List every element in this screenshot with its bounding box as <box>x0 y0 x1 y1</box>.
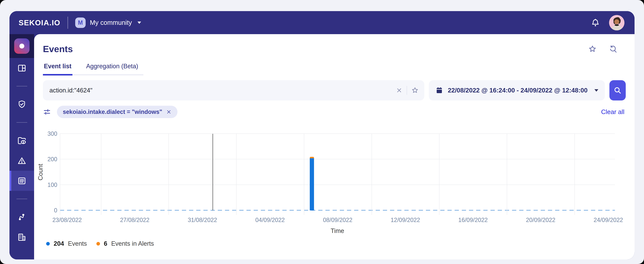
x-axis-title: Time <box>60 227 615 236</box>
chevron-down-icon <box>138 22 141 24</box>
chart-plot-area[interactable] <box>60 134 615 210</box>
user-avatar[interactable] <box>609 15 624 30</box>
y-axis-line <box>60 134 60 215</box>
sidebar-item-cases[interactable] <box>10 130 34 151</box>
tab-aggregation[interactable]: Aggregation (Beta) <box>85 63 139 75</box>
calendar-icon <box>435 86 443 94</box>
x-icon <box>396 87 402 94</box>
dashboard-icon <box>17 63 26 73</box>
legend-label-alerts: Events in Alerts <box>111 240 154 247</box>
notifications-button[interactable] <box>591 18 600 27</box>
topbar: SEKOIA.IO M My community <box>10 11 634 34</box>
sidebar-item-community[interactable] <box>10 227 34 247</box>
legend-dot-events <box>46 242 50 245</box>
query-search-box[interactable] <box>43 80 424 100</box>
shield-check-icon <box>17 100 26 109</box>
stacked-bar[interactable] <box>310 134 314 210</box>
tab-bar: Event list Aggregation (Beta) <box>43 63 144 75</box>
x-axis-tick-label: 23/08/2022 <box>52 217 82 223</box>
chevron-down-icon <box>594 89 598 92</box>
x-axis-tick-label: 16/09/2022 <box>458 217 488 223</box>
search-input[interactable] <box>50 87 396 94</box>
h-gridline <box>60 159 615 159</box>
x-axis-tick-label: 31/08/2022 <box>188 217 217 223</box>
v-gridline <box>372 134 372 215</box>
legend-label-events: Events <box>68 240 87 247</box>
filter-chip[interactable]: sekoiaio.intake.dialect = "windows" <box>57 106 178 118</box>
y-axis-tick-label: 200 <box>48 156 57 163</box>
events-chart: Count 0100200300 23/08/202227/08/202231/… <box>36 134 615 247</box>
community-name: My community <box>90 19 132 26</box>
search-button[interactable] <box>610 80 626 100</box>
y-axis-title: Count <box>37 164 44 180</box>
x-axis-tick-label: 27/08/2022 <box>120 217 150 223</box>
bell-icon <box>591 18 600 27</box>
date-range-picker[interactable]: 22/08/2022 @ 16:24:00 - 24/09/2022 @ 12:… <box>429 80 605 100</box>
star-icon <box>588 45 597 53</box>
search-history-icon <box>609 45 617 53</box>
organization-building-icon <box>17 232 26 242</box>
legend-value-events: 204 <box>54 240 64 247</box>
tab-event-list[interactable]: Event list <box>43 63 72 75</box>
v-gridline <box>439 134 440 215</box>
remove-filter-x-icon[interactable] <box>166 109 172 115</box>
tune-sliders-icon <box>43 108 51 116</box>
topbar-divider <box>68 17 68 29</box>
page-background: SEKOIA.IO M My community <box>0 0 644 264</box>
app-logo <box>14 38 30 54</box>
app-window: SEKOIA.IO M My community <box>10 11 634 259</box>
save-query-button[interactable] <box>411 87 419 94</box>
x-axis-labels: 23/08/202227/08/202231/08/202204/09/2022… <box>60 210 615 227</box>
x-axis-tick-label: 08/09/2022 <box>323 217 352 223</box>
sidebar-item-home[interactable] <box>10 34 34 58</box>
page-title: Events <box>43 44 73 54</box>
y-axis-tick-label: 100 <box>48 182 57 188</box>
sidebar-item-intakes[interactable] <box>10 207 34 227</box>
sidebar-divider <box>10 114 34 130</box>
v-gridline <box>236 134 236 215</box>
y-axis-tick-label: 0 <box>54 207 57 214</box>
x-axis-tick-label: 12/09/2022 <box>391 217 420 223</box>
main-content: Events <box>34 34 634 259</box>
v-gridline <box>304 134 304 215</box>
favorite-page-button[interactable] <box>588 45 597 53</box>
v-gridline <box>507 134 507 215</box>
clear-all-filters-button[interactable]: Clear all <box>601 108 624 115</box>
brand-logo[interactable]: SEKOIA.IO <box>18 18 60 27</box>
sidebar-item-security[interactable] <box>10 94 34 114</box>
folder-alert-icon <box>17 136 26 145</box>
v-gridline <box>101 134 101 215</box>
sidebar-item-events[interactable] <box>10 171 34 191</box>
clear-query-button[interactable] <box>396 87 402 94</box>
v-gridline <box>168 134 169 215</box>
y-axis-labels: 0100200300 <box>46 134 60 210</box>
chart-legend: 204 Events 6 Events in Alerts <box>46 240 615 247</box>
filters-button[interactable] <box>43 108 51 116</box>
events-list-icon <box>17 176 26 186</box>
avatar-photo-icon <box>609 15 624 30</box>
legend-dot-alerts <box>96 242 100 245</box>
sidebar-item-alerts[interactable] <box>10 151 34 171</box>
sidebar-divider <box>10 78 34 94</box>
x-axis-tick-label: 24/09/2022 <box>594 217 623 223</box>
star-icon <box>411 87 419 94</box>
y-axis-tick-label: 300 <box>48 130 57 137</box>
annotation-line <box>212 134 213 210</box>
x-axis-tick-label: 04/09/2022 <box>255 217 285 223</box>
community-switcher[interactable]: M My community <box>75 18 141 28</box>
alert-triangle-icon <box>17 156 26 166</box>
search-history-button[interactable] <box>609 45 617 53</box>
bar-segment-events <box>310 158 314 210</box>
community-initial-badge: M <box>75 18 86 28</box>
h-gridline <box>60 185 615 185</box>
sidebar-item-dashboard[interactable] <box>10 58 34 78</box>
v-gridline <box>574 134 575 215</box>
x-axis-tick-label: 20/09/2022 <box>526 217 555 223</box>
sidebar <box>10 34 34 259</box>
magnifier-icon <box>613 86 622 95</box>
intake-plug-icon <box>17 212 26 222</box>
filter-chip-label: sekoiaio.intake.dialect = "windows" <box>63 108 162 115</box>
input-divider <box>407 86 407 95</box>
date-range-value: 22/08/2022 @ 16:24:00 - 24/09/2022 @ 12:… <box>448 87 588 94</box>
bar-segment-alerts <box>310 157 314 158</box>
